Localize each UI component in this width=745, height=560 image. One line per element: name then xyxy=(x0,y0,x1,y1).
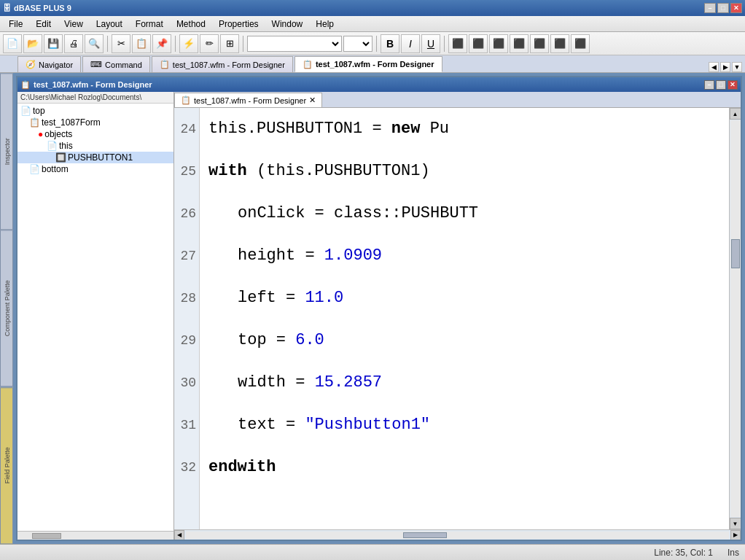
tree-icon-pushbutton: 🔲 xyxy=(55,152,66,163)
code-line-24: this.PUSHBUTTON1 = new Pu xyxy=(208,108,729,150)
menu-window[interactable]: Window xyxy=(266,18,309,31)
scroll-down-arrow[interactable]: ▼ xyxy=(730,518,741,529)
field-palette-tab[interactable]: Field Palette xyxy=(0,387,13,544)
form-designer-1-label: test_1087.wfm - Form Designer xyxy=(173,61,285,69)
outdent-button[interactable]: ⬛ xyxy=(550,34,569,53)
align-center-button[interactable]: ⬛ xyxy=(469,34,488,53)
tree-horizontal-scrollbar[interactable] xyxy=(17,531,173,540)
lightning-button[interactable]: ⚡ xyxy=(179,34,198,53)
h-scroll-thumb[interactable] xyxy=(403,532,447,538)
edit-button[interactable]: ✏ xyxy=(200,34,219,53)
minimize-button[interactable]: – xyxy=(704,3,716,13)
editor-tab-form[interactable]: 📋 test_1087.wfm - Form Designer ✕ xyxy=(174,93,322,107)
paste-button[interactable]: 📌 xyxy=(152,34,171,53)
tree-item-form[interactable]: 📋 test_1087Form xyxy=(17,117,173,128)
tree-icon-top: 📄 xyxy=(20,106,31,116)
tab-form-designer-2[interactable]: 📋 test_1087.wfm - Form Designer xyxy=(295,56,442,72)
new-button[interactable]: 📄 xyxy=(3,34,22,53)
grid-button[interactable]: ⊞ xyxy=(220,34,239,53)
component-palette-tab[interactable]: Component Palette xyxy=(0,230,13,386)
line-num-32: 32 xyxy=(174,446,196,489)
edit-mode: Ins xyxy=(728,548,739,558)
h-scroll-left[interactable]: ◀ xyxy=(174,530,184,540)
open-button[interactable]: 📂 xyxy=(23,34,42,53)
underline-button[interactable]: U xyxy=(421,34,440,53)
bold-button[interactable]: B xyxy=(381,34,399,53)
code-line-31: text = "Pushbutton1" xyxy=(208,404,729,446)
more-button[interactable]: ⬛ xyxy=(571,34,590,53)
form-designer-2-label: test_1087.wfm - Form Designer xyxy=(316,60,434,69)
horizontal-scrollbar[interactable]: ◀ ▶ xyxy=(174,529,741,540)
tab-scroll-right[interactable]: ▶ xyxy=(720,62,730,72)
vertical-scrollbar[interactable]: ▲ ▼ xyxy=(729,108,741,529)
close-button[interactable]: ✕ xyxy=(730,3,742,13)
font-combo[interactable] xyxy=(247,36,342,52)
tab-scroll-left[interactable]: ◀ xyxy=(709,62,719,72)
inner-maximize[interactable]: □ xyxy=(716,80,726,90)
tree-icon-this: 📄 xyxy=(47,141,58,151)
editor-tab-close[interactable]: ✕ xyxy=(309,96,316,105)
menu-method[interactable]: Method xyxy=(171,18,211,31)
tree-item-objects[interactable]: ● objects xyxy=(17,128,173,140)
menu-properties[interactable]: Properties xyxy=(213,18,265,31)
menu-help[interactable]: Help xyxy=(310,18,340,31)
editor-tab-icon: 📋 xyxy=(181,96,191,105)
inner-minimize[interactable]: – xyxy=(704,80,714,90)
toolbar-separator-4 xyxy=(376,36,377,52)
tab-form-designer-1[interactable]: 📋 test_1087.wfm - Form Designer xyxy=(152,56,293,72)
line-num-26: 26 xyxy=(174,192,196,235)
tab-navigator[interactable]: 🧭 Navigator xyxy=(17,56,81,72)
inspector-tab[interactable]: Inspector xyxy=(0,73,13,230)
tree-items: 📄 top 📋 test_1087Form ● objects xyxy=(17,104,173,531)
toolbar-separator-2 xyxy=(175,36,176,52)
code-area[interactable]: 24 25 26 27 28 29 30 31 32 thi xyxy=(174,108,741,529)
tab-menu-button[interactable]: ▼ xyxy=(732,62,742,72)
italic-button[interactable]: I xyxy=(401,34,420,53)
title-bar: 🗄 dBASE PLUS 9 – □ ✕ xyxy=(0,0,745,16)
code-line-28: left = 11.0 xyxy=(208,277,729,319)
line-num-29: 29 xyxy=(174,319,196,362)
tab-command[interactable]: ⌨ Command xyxy=(82,56,150,72)
tree-item-bottom[interactable]: 📄 bottom xyxy=(17,163,173,175)
code-line-32: endwith xyxy=(208,446,729,489)
menu-file[interactable]: File xyxy=(3,18,28,31)
size-combo[interactable] xyxy=(343,36,372,52)
align-justify-button[interactable]: ⬛ xyxy=(510,34,528,53)
tree-item-top[interactable]: 📄 top xyxy=(17,105,173,117)
menu-view[interactable]: View xyxy=(58,18,89,31)
save-button[interactable]: 💾 xyxy=(44,34,63,53)
command-label: Command xyxy=(105,61,142,69)
inner-content: C:\Users\Michael Rozlog\Documents\ 📄 top… xyxy=(17,92,741,540)
menu-edit[interactable]: Edit xyxy=(30,18,57,31)
form-designer-2-icon: 📋 xyxy=(303,60,313,69)
code-line-29: top = 6.0 xyxy=(208,319,729,362)
tree-panel: C:\Users\Michael Rozlog\Documents\ 📄 top… xyxy=(17,92,174,540)
scroll-up-arrow[interactable]: ▲ xyxy=(730,108,741,120)
line-num-24: 24 xyxy=(174,108,196,150)
scroll-thumb[interactable] xyxy=(731,239,740,268)
tree-scroll-thumb xyxy=(32,533,61,539)
workspace: Inspector Component Palette Field Palett… xyxy=(0,73,745,544)
align-left-button[interactable]: ⬛ xyxy=(448,34,467,53)
indent-button[interactable]: ⬛ xyxy=(530,34,549,53)
navigator-label: Navigator xyxy=(39,61,73,69)
align-right-button[interactable]: ⬛ xyxy=(489,34,508,53)
maximize-button[interactable]: □ xyxy=(717,3,729,13)
toolbar-separator-3 xyxy=(243,36,243,52)
inner-close[interactable]: ✕ xyxy=(728,80,738,90)
code-line-27: height = 1.0909 xyxy=(208,235,729,277)
preview-button[interactable]: 🔍 xyxy=(85,34,104,53)
tree-item-pushbutton1[interactable]: 🔲 PUSHBUTTON1 xyxy=(17,152,173,163)
status-bar: Line: 35, Col: 1 Ins xyxy=(0,544,745,560)
print-button[interactable]: 🖨 xyxy=(64,34,83,53)
code-content: this.PUSHBUTTON1 = new Pu with (this.PUS… xyxy=(200,108,729,529)
h-scroll-right[interactable]: ▶ xyxy=(730,530,741,540)
h-scroll-track xyxy=(186,532,729,539)
cut-button[interactable]: ✂ xyxy=(112,34,130,53)
menu-format[interactable]: Format xyxy=(130,18,169,31)
copy-button[interactable]: 📋 xyxy=(132,34,151,53)
line-num-27: 27 xyxy=(174,235,196,277)
menu-layout[interactable]: Layout xyxy=(90,18,128,31)
tree-item-this[interactable]: 📄 this xyxy=(17,140,173,152)
inner-window: 📋 test_1087.wfm - Form Designer – □ ✕ C:… xyxy=(16,76,742,541)
